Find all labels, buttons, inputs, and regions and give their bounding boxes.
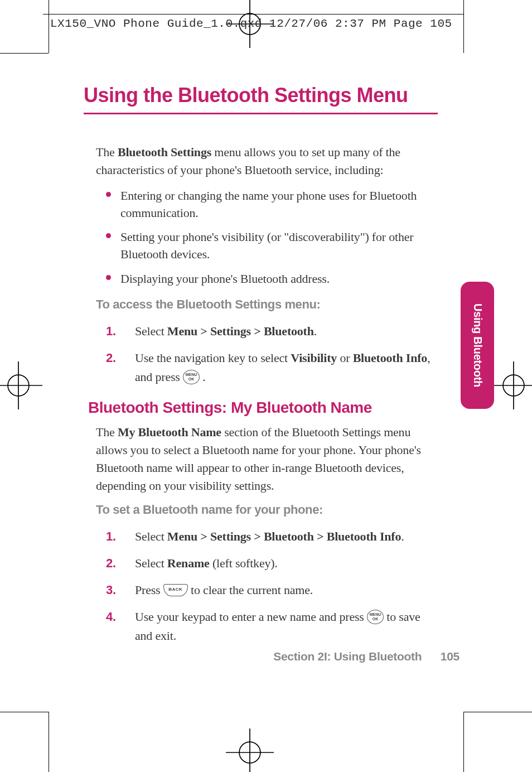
text: .: [401, 529, 404, 543]
intro-paragraph: The Bluetooth Settings menu allows you t…: [96, 143, 432, 179]
key-label: MENU: [370, 612, 381, 616]
text-bold: Menu > Settings > Bluetooth > Bluetooth …: [167, 529, 401, 543]
feature-list: Entering or changing the name your phone…: [96, 187, 432, 287]
text: .: [200, 370, 206, 384]
page-footer: Section 2I: Using Bluetooth 105: [273, 650, 460, 663]
text: to clear the current name.: [191, 583, 313, 597]
registration-mark-icon: [490, 361, 532, 409]
print-header: LX150_VNO Phone Guide_1.0.qxd 12/27/06 2…: [50, 17, 452, 30]
section-tab: Using Bluetooth: [461, 282, 494, 409]
crop-mark: [463, 712, 532, 712]
page-content: Using the Bluetooth Settings Menu The Bl…: [84, 84, 438, 669]
page-title: Using the Bluetooth Settings Menu: [84, 84, 438, 114]
text: The: [96, 145, 118, 159]
procedure-heading: To set a Bluetooth name for your phone:: [96, 503, 432, 517]
key-label: MENU: [186, 373, 197, 377]
section-heading: Bluetooth Settings: My Bluetooth Name: [88, 399, 438, 417]
procedure-steps: Select Menu > Settings > Bluetooth. Use …: [96, 322, 432, 387]
list-item: Setting your phone's visibility (or "dis…: [96, 228, 432, 263]
text-bold: My Bluetooth Name: [118, 425, 221, 439]
menu-ok-key-icon: MENUOK: [367, 610, 384, 624]
crop-mark: [0, 712, 49, 712]
text: The: [96, 425, 118, 439]
text: Select: [135, 556, 167, 570]
text-bold: Menu > Settings > Bluetooth: [167, 324, 314, 338]
crop-mark: [0, 53, 49, 54]
text: (left softkey).: [210, 556, 278, 570]
page-number: 105: [441, 650, 460, 663]
step: Select Menu > Settings > Bluetooth.: [106, 322, 432, 341]
step: Select Menu > Settings > Bluetooth > Blu…: [106, 527, 432, 546]
text: Select: [135, 529, 167, 543]
procedure-heading: To access the Bluetooth Settings menu:: [96, 297, 432, 312]
menu-ok-key-icon: MENUOK: [183, 370, 200, 384]
crop-mark: [463, 712, 464, 772]
text: or: [337, 351, 353, 365]
crop-mark: [49, 0, 49, 53]
crop-mark: [49, 712, 49, 772]
text: .: [314, 324, 317, 338]
list-item: Displaying your phone's Bluetooth addres…: [96, 270, 432, 287]
text: Press: [135, 583, 163, 597]
footer-section-label: Section 2I: Using Bluetooth: [273, 650, 422, 663]
step: Select Rename (left softkey).: [106, 554, 432, 573]
text: Select: [135, 324, 167, 338]
text-bold: Bluetooth Settings: [118, 145, 211, 159]
key-label: OK: [188, 377, 195, 381]
procedure-steps: Select Menu > Settings > Bluetooth > Blu…: [96, 527, 432, 645]
list-item: Entering or changing the name your phone…: [96, 187, 432, 221]
text-bold: Bluetooth Info: [353, 351, 428, 365]
text: Use your keypad to enter a new name and …: [135, 610, 367, 624]
step: Use the navigation key to select Visibil…: [106, 349, 432, 387]
back-key-icon: BACK: [163, 584, 188, 596]
text-bold: Visibility: [291, 351, 337, 365]
key-label: OK: [373, 617, 379, 621]
text-bold: Rename: [167, 556, 210, 570]
registration-mark-icon: [0, 361, 42, 409]
step: Press BACK to clear the current name.: [106, 581, 432, 600]
step: Use your keypad to enter a new name and …: [106, 607, 432, 645]
text: Use the navigation key to select: [135, 351, 291, 365]
section-paragraph: The My Bluetooth Name section of the Blu…: [96, 423, 432, 495]
registration-mark-icon: [226, 728, 274, 772]
crop-mark: [463, 0, 464, 53]
